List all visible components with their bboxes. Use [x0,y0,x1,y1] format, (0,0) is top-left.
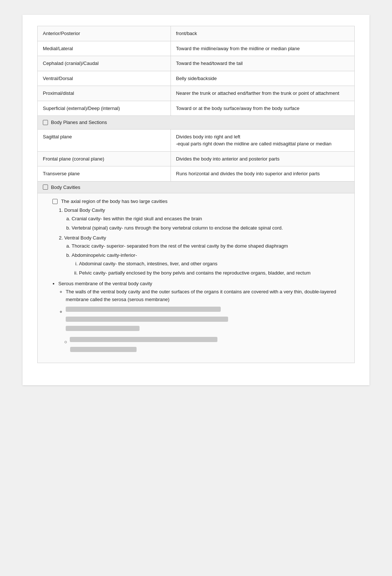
table-row: Sagittal plane Divides body into right a… [38,129,355,151]
checkbox-icon-axial[interactable] [52,199,58,204]
body-cavities-content: The axial region of the body has two lar… [37,193,355,363]
table-row: Proximal/distal Nearer the trunk or atta… [38,86,355,101]
pelvic-item: Pelvic cavity- partially enclosed by the… [79,269,349,277]
page: Anterior/Posterior front/back Medial/Lat… [23,15,369,385]
table-row: Frontal plane (coronal plane) Divides th… [38,151,355,166]
section-header-cell-planes: Body Planes and Sections [38,116,355,130]
section-header-body-cavities: Body Cavities [37,182,355,193]
def-cell: Runs horizontal and divides the body int… [171,166,354,182]
cranial-cavity-item: Cranial cavity- lies within the rigid sk… [72,215,349,223]
term-cell: Superficial (external)/Deep (internal) [38,101,171,116]
checkbox-icon-cavities[interactable] [43,184,48,190]
term-cell: Ventral/Dorsal [38,71,171,86]
term-cell: Transverse plane [38,166,171,182]
section-header-row-planes: Body Planes and Sections [38,116,355,130]
abdominal-item: Abdominal cavity- the stomach, intestine… [79,260,349,268]
thoracic-item: Thoracic cavity- superior- separated fro… [72,242,349,250]
def-cell: Divides body into right and left -equal … [171,129,354,151]
serous-detail-3: ○ [64,335,349,355]
ventral-cavity-item: Ventral Body Cavity Thoracic cavity- sup… [64,234,349,277]
vertebral-cavity-item: Vertebral (spinal) cavity- runs through … [72,224,349,232]
table-row: Superficial (external)/Deep (internal) T… [38,101,355,116]
term-cell: Sagittal plane [38,129,171,151]
serous-detail-2 [66,305,349,334]
table-row: Anterior/Posterior front/back [38,26,355,41]
term-cell: Anterior/Posterior [38,26,171,41]
term-cell: Frontal plane (coronal plane) [38,151,171,166]
checkbox-icon-planes[interactable] [43,120,48,125]
section-header-label-planes: Body Planes and Sections [51,119,107,126]
def-cell: Divides the body into anterior and poste… [171,151,354,166]
table-row: Medial/Lateral Toward the midline/away f… [38,41,355,56]
section-label-body-cavities: Body Cavities [51,184,80,190]
terminology-table: Anterior/Posterior front/back Medial/Lat… [37,26,355,182]
term-cell: Medial/Lateral [38,41,171,56]
def-cell: Belly side/backside [171,71,354,86]
def-cell: Toward the head/toward the tail [171,56,354,71]
term-cell: Proximal/distal [38,86,171,101]
serous-detail-1: The walls of the ventral body cavity and… [66,288,349,304]
def-cell: front/back [171,26,354,41]
table-row: Cephalad (cranial)/Caudal Toward the hea… [38,56,355,71]
dorsal-cavity-item: Dorsal Body Cavity Cranial cavity- lies … [64,207,349,232]
def-cell: Toward or at the body surface/away from … [171,101,354,116]
table-row: Ventral/Dorsal Belly side/backside [38,71,355,86]
sagittal-def: Divides body into right and left -equal … [176,134,331,147]
abdominopelvic-item: Abdominopelvic cavity-inferior- Abdomina… [72,252,349,277]
table-row: Transverse plane Runs horizontal and div… [38,166,355,182]
def-cell: Toward the midline/away from the midline… [171,41,354,56]
serous-membrane-item: Serous membrane of the ventral body cavi… [58,280,349,355]
def-cell: Nearer the trunk or attached end/farther… [171,86,354,101]
axial-intro: The axial region of the body has two lar… [52,198,349,206]
term-cell: Cephalad (cranial)/Caudal [38,56,171,71]
